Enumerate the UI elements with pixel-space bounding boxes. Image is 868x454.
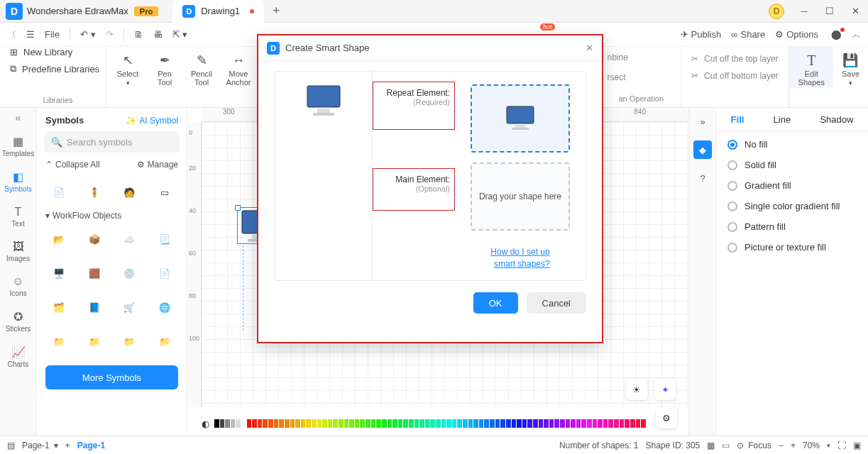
color-swatch[interactable] bbox=[620, 419, 625, 428]
color-swatch[interactable] bbox=[392, 419, 397, 428]
color-swatch[interactable] bbox=[576, 419, 581, 428]
color-swatch[interactable] bbox=[517, 419, 522, 428]
color-swatch[interactable] bbox=[376, 419, 381, 428]
color-swatch[interactable] bbox=[446, 419, 451, 428]
color-swatch[interactable] bbox=[252, 419, 257, 428]
theme-fab[interactable]: ☀ bbox=[626, 379, 647, 400]
ai-symbol-link[interactable]: ✨AI Symbol bbox=[126, 116, 178, 126]
rail-icons[interactable]: ☺Icons bbox=[0, 271, 36, 301]
publish-button[interactable]: ✈ Publish bbox=[681, 29, 722, 40]
edit-shapes-button[interactable]: TEdit Shapes bbox=[790, 47, 833, 88]
color-swatch[interactable] bbox=[382, 419, 387, 428]
symbol-category[interactable]: ▾ WorkFlow Objects bbox=[37, 208, 187, 223]
rail-charts[interactable]: 📈Charts bbox=[0, 341, 36, 372]
symbol-item[interactable]: 📁 bbox=[78, 326, 111, 357]
color-swatch[interactable] bbox=[301, 419, 306, 428]
expand-right-icon[interactable]: » bbox=[693, 112, 712, 131]
color-swatch[interactable] bbox=[593, 419, 598, 428]
color-swatch[interactable] bbox=[371, 419, 376, 428]
predefine-libraries-button[interactable]: ⧉Predefine Libraries bbox=[10, 63, 106, 74]
page-tab[interactable]: Page-1 bbox=[77, 441, 105, 450]
zoom-value[interactable]: 70% bbox=[803, 441, 820, 450]
color-swatch[interactable] bbox=[522, 419, 527, 428]
color-swatch[interactable] bbox=[263, 419, 268, 428]
export-icon[interactable]: ⇱ ▾ bbox=[172, 29, 188, 40]
symbol-item[interactable]: 🌐 bbox=[148, 292, 181, 323]
fill-gradient[interactable]: Gradient fill bbox=[719, 180, 865, 191]
collapse-all-button[interactable]: ⌃Collapse All bbox=[45, 160, 100, 170]
color-swatch[interactable] bbox=[544, 419, 549, 428]
fullscreen-icon[interactable]: ▣ bbox=[853, 441, 861, 450]
color-swatch[interactable] bbox=[317, 419, 322, 428]
symbol-item[interactable]: 🧍 bbox=[78, 177, 111, 208]
color-swatch[interactable] bbox=[468, 419, 473, 428]
color-swatch[interactable] bbox=[344, 419, 349, 428]
symbol-item[interactable]: 📘 bbox=[78, 292, 111, 323]
collapse-rail-icon[interactable]: « bbox=[16, 112, 21, 123]
color-swatch[interactable] bbox=[608, 419, 613, 428]
symbol-item[interactable]: 📄 bbox=[148, 258, 181, 289]
color-swatch[interactable] bbox=[290, 419, 295, 428]
view-grid-icon[interactable]: ▦ bbox=[707, 441, 715, 450]
more-symbols-button[interactable]: More Symbols bbox=[45, 365, 178, 389]
cut-top-layer[interactable]: ✂Cut off the top layer bbox=[691, 54, 779, 64]
dialog-close-button[interactable]: ✕ bbox=[586, 43, 593, 53]
back-button[interactable]: 〈 bbox=[7, 28, 16, 41]
page-selector[interactable]: Page-1 ▾ bbox=[22, 441, 58, 450]
fill-pattern[interactable]: Pattern fill bbox=[719, 221, 865, 232]
color-swatch[interactable] bbox=[566, 419, 571, 428]
color-quick-strip[interactable]: ◐ bbox=[202, 419, 646, 428]
save-shapes-button[interactable]: 💾Save▾ bbox=[833, 47, 868, 88]
color-swatch[interactable] bbox=[554, 419, 559, 428]
color-swatch[interactable] bbox=[339, 419, 344, 428]
notifications-icon[interactable]: ⬤ bbox=[828, 29, 842, 40]
add-page-button[interactable]: + bbox=[65, 441, 70, 450]
color-swatch[interactable] bbox=[598, 419, 603, 428]
color-swatch[interactable] bbox=[490, 419, 495, 428]
color-swatch[interactable] bbox=[441, 419, 446, 428]
new-tab-button[interactable]: + bbox=[273, 4, 280, 18]
pencil-tool[interactable]: ✎Pencil Tool bbox=[187, 52, 216, 87]
color-swatch[interactable] bbox=[457, 419, 462, 428]
color-swatch[interactable] bbox=[414, 419, 419, 428]
pen-tool[interactable]: ✒Pen Tool bbox=[150, 52, 179, 87]
fit-page-icon[interactable]: ⛶ bbox=[837, 441, 846, 450]
rail-text[interactable]: TText bbox=[0, 201, 36, 232]
options-button[interactable]: ⚙ Options bbox=[775, 29, 818, 40]
color-swatch[interactable] bbox=[484, 419, 489, 428]
color-swatch[interactable] bbox=[452, 419, 457, 428]
cut-bottom-layer[interactable]: ✂Cut off bottom layer bbox=[691, 71, 779, 81]
color-swatch[interactable] bbox=[285, 419, 290, 428]
symbol-item[interactable]: 🗂️ bbox=[43, 292, 75, 323]
select-tool[interactable]: ↖Select▾ bbox=[114, 52, 142, 87]
canvas-settings-fab[interactable]: ⚙ bbox=[656, 407, 677, 428]
color-swatch[interactable] bbox=[473, 419, 478, 428]
color-swatch[interactable] bbox=[495, 419, 500, 428]
view-page-icon[interactable]: ▭ bbox=[722, 441, 730, 450]
symbol-item[interactable]: 📦 bbox=[78, 223, 111, 255]
color-swatch[interactable] bbox=[355, 419, 360, 428]
rail-stickers[interactable]: ✪Stickers bbox=[0, 306, 36, 337]
symbol-item[interactable]: ▭ bbox=[148, 177, 181, 208]
manage-button[interactable]: ⚙Manage bbox=[137, 160, 178, 170]
menu-icon[interactable]: ☰ bbox=[26, 29, 35, 40]
color-swatch[interactable] bbox=[322, 419, 327, 428]
save-icon[interactable]: 🗎 bbox=[134, 29, 143, 40]
symbol-item[interactable]: 📁 bbox=[148, 326, 181, 357]
symbol-item[interactable]: 📄 bbox=[43, 177, 75, 208]
symbol-item[interactable]: 🖥️ bbox=[43, 258, 75, 289]
color-swatch[interactable] bbox=[398, 419, 403, 428]
color-swatch[interactable] bbox=[425, 419, 430, 428]
tab-line[interactable]: Line bbox=[774, 114, 791, 125]
rail-symbols[interactable]: ◧Symbols bbox=[0, 166, 36, 197]
color-swatch[interactable] bbox=[463, 419, 468, 428]
color-swatch[interactable] bbox=[236, 419, 241, 428]
color-swatch[interactable] bbox=[409, 419, 414, 428]
color-swatch[interactable] bbox=[614, 419, 619, 428]
color-swatch[interactable] bbox=[527, 419, 532, 428]
eyedropper-icon[interactable]: ◐ bbox=[202, 419, 209, 429]
fill-single-gradient[interactable]: Single color gradient fill bbox=[719, 201, 865, 211]
color-swatch[interactable] bbox=[349, 419, 354, 428]
fill-no-fill[interactable]: No fill bbox=[719, 139, 865, 150]
color-swatch[interactable] bbox=[214, 419, 219, 428]
